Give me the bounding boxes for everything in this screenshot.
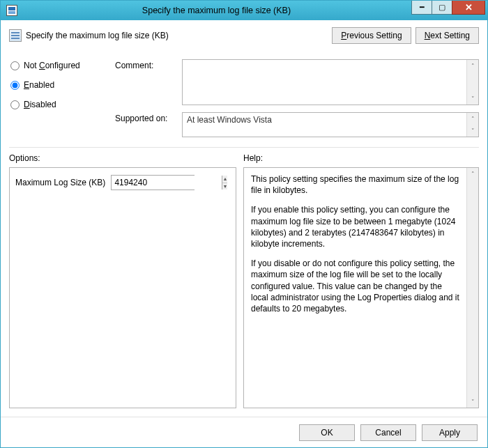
maxlog-input[interactable] xyxy=(112,176,222,190)
help-text: This policy setting specifies the maximu… xyxy=(244,168,466,408)
content-area: Specify the maximum log file size (KB) P… xyxy=(1,20,487,447)
maximize-button[interactable]: ▢ xyxy=(432,1,452,15)
chevron-up-icon[interactable]: ˄ xyxy=(467,113,478,125)
window-title: Specify the maximum log file size (KB) xyxy=(22,6,411,15)
comment-field[interactable] xyxy=(183,60,466,105)
window-controls: ━ ▢ ✕ xyxy=(411,1,485,20)
options-panel: Maximum Log Size (KB) ▲ ▼ xyxy=(9,167,236,408)
spinner-up-icon[interactable]: ▲ xyxy=(222,176,227,183)
section-labels: Options: Help: xyxy=(9,152,479,167)
supported-label: Supported on: xyxy=(115,112,182,123)
comment-label: Comment: xyxy=(115,59,182,70)
divider xyxy=(9,147,479,148)
chevron-down-icon[interactable]: ˅ xyxy=(467,125,478,137)
comment-scrollbar[interactable]: ˄ ˅ xyxy=(466,60,478,105)
radio-not-configured[interactable]: Not Configured xyxy=(9,61,115,70)
option-label: Maximum Log Size (KB) xyxy=(15,178,105,187)
state-radios: Not Configured Enabled Disabled xyxy=(9,59,115,137)
spinner-buttons: ▲ ▼ xyxy=(222,176,227,190)
radio-disabled[interactable]: Disabled xyxy=(9,100,115,109)
footer: OK Cancel Apply xyxy=(1,417,487,447)
minimize-button[interactable]: ━ xyxy=(411,1,432,15)
chevron-up-icon[interactable]: ˄ xyxy=(467,168,478,180)
help-scrollbar[interactable]: ˄ ˅ xyxy=(466,168,478,408)
chevron-up-icon[interactable]: ˄ xyxy=(467,60,478,72)
radio-enabled[interactable]: Enabled xyxy=(9,80,115,90)
previous-setting-button[interactable]: Previous Setting xyxy=(332,27,411,44)
close-button[interactable]: ✕ xyxy=(452,1,485,15)
supported-on-field: At least Windows Vista ˄ ˅ xyxy=(182,112,479,137)
maxlog-spinner[interactable]: ▲ ▼ xyxy=(111,175,195,190)
supported-on-value: At least Windows Vista xyxy=(183,113,478,137)
supported-scrollbar[interactable]: ˄ ˅ xyxy=(466,113,478,137)
help-label: Help: xyxy=(243,152,263,167)
cancel-button[interactable]: Cancel xyxy=(360,424,416,441)
title-bar: Specify the maximum log file size (KB) ━… xyxy=(1,1,487,20)
comment-field-container: ˄ ˅ xyxy=(182,59,479,105)
chevron-down-icon[interactable]: ˅ xyxy=(467,396,478,408)
policy-icon xyxy=(9,29,22,42)
lower-panels: Maximum Log Size (KB) ▲ ▼ This policy se… xyxy=(9,167,479,408)
help-p3: If you disable or do not configure this … xyxy=(251,258,459,314)
spinner-down-icon[interactable]: ▼ xyxy=(222,183,227,190)
help-p1: This policy setting specifies the maximu… xyxy=(251,173,459,196)
chevron-down-icon[interactable]: ˅ xyxy=(467,93,478,105)
radio-enabled-input[interactable] xyxy=(10,81,20,90)
radio-disabled-input[interactable] xyxy=(10,100,20,109)
app-icon xyxy=(6,5,17,16)
help-p2: If you enable this policy setting, you c… xyxy=(251,204,459,249)
apply-button[interactable]: Apply xyxy=(422,424,478,441)
radio-not-configured-input[interactable] xyxy=(10,61,20,70)
help-panel: This policy setting specifies the maximu… xyxy=(243,167,479,408)
policy-heading: Specify the maximum log file size (KB) xyxy=(26,31,169,40)
right-column: Comment: ˄ ˅ Supported on: At least Wind… xyxy=(115,59,479,137)
ok-button[interactable]: OK xyxy=(299,424,355,441)
state-row: Not Configured Enabled Disabled Comment:… xyxy=(9,59,479,137)
options-label: Options: xyxy=(9,152,243,167)
next-setting-button[interactable]: Next Setting xyxy=(415,27,479,44)
header-row: Specify the maximum log file size (KB) P… xyxy=(9,27,479,44)
